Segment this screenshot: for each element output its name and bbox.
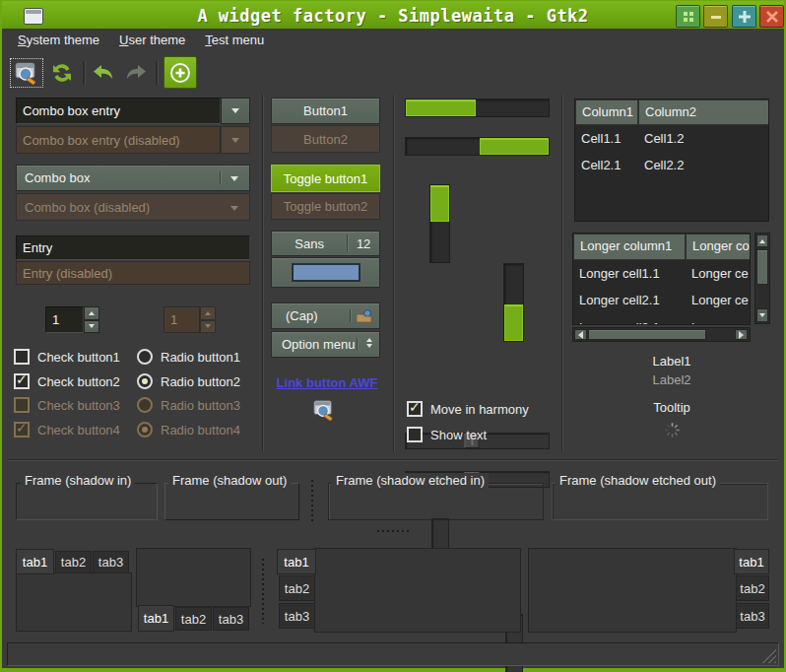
pane-separator <box>262 95 263 451</box>
vertical-scrollbar[interactable] <box>754 233 770 324</box>
table-cell[interactable]: Longer cell3.1 <box>573 316 686 325</box>
progressbar-horizontal-1 <box>405 99 550 117</box>
toggle-button1[interactable]: Toggle button1 <box>271 165 380 192</box>
toolbar-separator <box>156 61 158 85</box>
spin-arrows[interactable] <box>84 306 99 333</box>
font-name: Sans <box>272 236 347 251</box>
tab[interactable]: tab1 <box>138 605 174 632</box>
option-menu[interactable]: Option menu <box>271 331 380 358</box>
separator-line <box>8 459 778 460</box>
checkbox[interactable] <box>407 401 423 417</box>
label1: Label1 <box>574 354 769 369</box>
toolbar-screenshot-button[interactable] <box>10 58 43 88</box>
checkbox-label: Check button4 <box>37 423 120 437</box>
table-cell[interactable]: Cell2.2 <box>638 154 766 176</box>
scroll-up-button[interactable] <box>756 235 768 247</box>
tab[interactable]: tab1 <box>277 549 316 574</box>
scroll-down-button[interactable] <box>756 308 768 322</box>
awf-app-icon <box>312 399 336 421</box>
cap-button[interactable]: (Cap) <box>271 302 380 329</box>
screenshot-tool-icon <box>14 61 39 85</box>
table-cell[interactable]: Cell2.1 <box>575 154 638 176</box>
statusbar <box>7 642 779 666</box>
radio[interactable] <box>137 373 153 389</box>
check-button-row: Check button4 <box>14 422 120 437</box>
radio-label: Radio button1 <box>161 350 240 365</box>
column-header[interactable]: Longer column1 <box>573 234 686 260</box>
combo-box-disabled: Combo box (disabled) <box>16 193 250 221</box>
checkbox[interactable] <box>407 427 423 442</box>
minimize-icon <box>709 10 723 24</box>
tab[interactable]: tab2 <box>279 575 315 601</box>
scroll-right-button[interactable] <box>735 329 748 340</box>
column-header[interactable]: Column2 <box>638 100 769 125</box>
tab[interactable]: tab1 <box>734 549 769 574</box>
scroll-left-button[interactable] <box>574 329 587 340</box>
radio <box>137 397 153 413</box>
minimize-button[interactable] <box>703 5 728 28</box>
toggle-button2: Toggle button2 <box>271 193 380 220</box>
radio-button-row: Radio button1 <box>137 349 240 365</box>
link-button[interactable]: Link button AWF <box>274 375 380 390</box>
progressbar-horizontal-2 <box>405 137 550 156</box>
table-cell[interactable]: Cell1.1 <box>575 127 638 150</box>
undo-arrow-icon <box>91 62 116 84</box>
tab[interactable]: tab2 <box>736 575 769 601</box>
move-in-harmony-row: Move in harmony <box>407 401 529 417</box>
spin-value-input[interactable] <box>45 306 84 333</box>
entry-disabled-input <box>16 261 250 285</box>
menu-user-theme[interactable]: User theme <box>109 29 195 54</box>
combo-box-entry-input[interactable] <box>16 98 221 124</box>
color-button[interactable] <box>271 257 380 288</box>
toolbar-add-button[interactable] <box>164 56 197 89</box>
tab[interactable]: tab3 <box>213 607 249 631</box>
horizontal-scrollbar[interactable] <box>572 327 751 342</box>
treeview-1: Column1 Column2 Cell1.1 Cell1.2 Cell2.1 … <box>574 99 769 222</box>
tab[interactable]: tab3 <box>93 551 129 573</box>
scrollbar-thumb[interactable] <box>756 249 768 285</box>
redo-arrow-icon <box>123 62 149 84</box>
spin-up-icon[interactable] <box>84 306 99 320</box>
table-cell[interactable]: Longer ce <box>686 262 751 285</box>
checkbox[interactable] <box>14 373 30 389</box>
toolbar-refresh-button[interactable] <box>47 58 77 88</box>
frame-label: Frame (shadow etched in) <box>332 473 489 488</box>
table-cell[interactable]: Longer ce <box>686 316 751 325</box>
font-button[interactable]: Sans 12 <box>271 231 380 256</box>
menu-system-theme[interactable]: System theme <box>8 29 109 54</box>
tab[interactable]: tab3 <box>736 603 769 629</box>
table-cell[interactable]: Cell1.2 <box>638 127 766 150</box>
progress-fill <box>406 100 476 116</box>
tab[interactable]: tab3 <box>279 603 315 629</box>
resize-grip-icon[interactable] <box>759 646 776 663</box>
button2: Button2 <box>271 125 380 153</box>
spin-down-icon[interactable] <box>84 320 99 334</box>
table-cell[interactable]: Longer cell2.1 <box>573 289 686 311</box>
tab[interactable]: tab1 <box>16 549 54 574</box>
spin-up-icon <box>200 306 216 320</box>
column-header[interactable]: Longer col <box>686 234 751 260</box>
radio[interactable] <box>137 349 153 365</box>
combo-box[interactable]: Combo box <box>16 165 250 191</box>
table-cell[interactable]: Longer ce <box>686 289 751 311</box>
spin-button[interactable] <box>45 306 99 333</box>
button1[interactable]: Button1 <box>271 98 380 124</box>
toolbar-redo-button[interactable] <box>121 58 151 88</box>
scrollbar-thumb[interactable] <box>588 329 706 340</box>
combo-box-entry-arrow[interactable] <box>221 98 250 124</box>
close-x-icon <box>765 10 779 24</box>
tab[interactable]: tab2 <box>175 607 212 631</box>
menu-test-menu[interactable]: Test menu <box>195 29 274 54</box>
checkbox[interactable] <box>14 349 30 365</box>
entry-input[interactable] <box>16 235 250 260</box>
notebook1-page <box>16 572 132 632</box>
restore-button[interactable] <box>676 5 700 28</box>
checkbox-label: Move in harmony <box>430 402 529 417</box>
table-cell[interactable]: Longer cell1.1 <box>573 262 686 285</box>
tab[interactable]: tab2 <box>55 551 92 573</box>
maximize-button[interactable] <box>732 5 756 28</box>
titlebar[interactable]: A widget factory - Simplewaita - Gtk2 <box>2 1 784 29</box>
column-header[interactable]: Column1 <box>575 100 638 125</box>
toolbar-undo-button[interactable] <box>89 58 118 88</box>
close-button[interactable] <box>759 5 784 28</box>
